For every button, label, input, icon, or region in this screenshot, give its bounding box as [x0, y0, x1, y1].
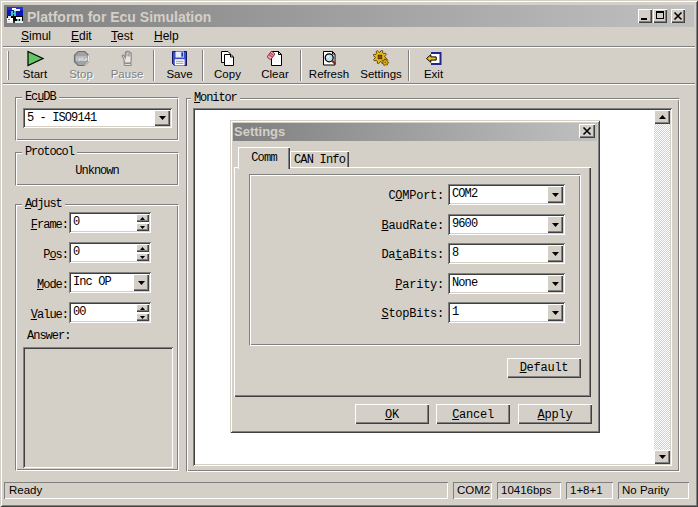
svg-text:STOP: STOP — [76, 57, 86, 61]
